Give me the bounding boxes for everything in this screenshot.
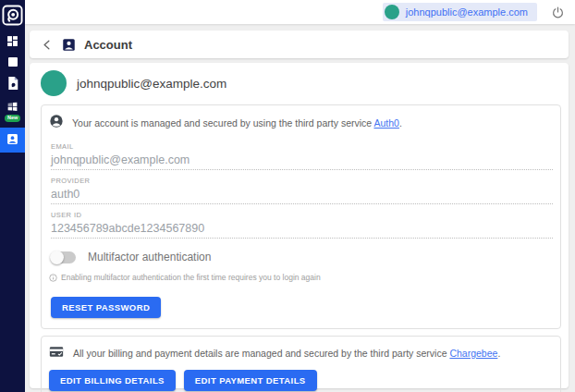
back-chevron-icon[interactable] xyxy=(43,39,54,50)
page-header: Account xyxy=(30,31,569,58)
account-card: johnqpublic@example.com Your account is … xyxy=(30,63,569,388)
auth-section: Your account is managed and secured by u… xyxy=(41,104,561,329)
app-logo-icon[interactable] xyxy=(2,5,23,26)
provider-field: PROVIDER auth0 xyxy=(51,177,553,204)
account-heading-row: johnqpublic@example.com xyxy=(41,70,561,96)
user-email: johnqpublic@example.com xyxy=(406,6,528,18)
email-field: EMAIL johnqpublic@example.com xyxy=(51,142,553,170)
account-avatar xyxy=(41,70,67,96)
billing-notice-row: All your billing and payment details are… xyxy=(47,345,555,361)
new-badge: New xyxy=(5,115,20,122)
user-id-field-label: USER ID xyxy=(51,211,553,219)
sidebar-item-square[interactable] xyxy=(0,51,25,75)
account-email-heading: johnqpublic@example.com xyxy=(77,77,226,91)
mfa-info-text: Enabling multifactor authentication the … xyxy=(61,273,321,282)
credit-card-icon xyxy=(49,345,64,361)
chargebee-link[interactable]: Chargebee xyxy=(449,348,497,359)
user-avatar xyxy=(385,5,399,19)
document-icon xyxy=(7,77,18,93)
sidebar: New xyxy=(0,0,25,392)
edit-billing-details-button[interactable]: EDIT BILLING DETAILS xyxy=(49,370,176,391)
page-title: Account xyxy=(84,38,132,52)
dashboard-icon xyxy=(6,34,18,51)
square-icon xyxy=(7,55,18,71)
edit-payment-details-button[interactable]: EDIT PAYMENT DETAILS xyxy=(184,370,317,391)
topbar: johnqpublic@example.com xyxy=(25,0,575,24)
mfa-row: Multifactor authentication xyxy=(51,251,555,263)
auth-notice-text: Your account is managed and secured by u… xyxy=(72,117,402,129)
account-box-icon xyxy=(6,132,18,149)
billing-section: All your billing and payment details are… xyxy=(41,336,561,392)
sidebar-item-integrations[interactable]: New xyxy=(0,99,25,117)
provider-field-value: auth0 xyxy=(51,188,553,201)
mfa-info-row: Enabling multifactor authentication the … xyxy=(49,269,555,286)
user-menu-chip[interactable]: johnqpublic@example.com xyxy=(383,3,537,21)
reset-password-button[interactable]: RESET PASSWORD xyxy=(51,297,161,318)
email-field-label: EMAIL xyxy=(51,142,553,151)
account-box-icon xyxy=(62,36,76,53)
mfa-toggle-knob xyxy=(50,251,64,264)
mfa-toggle[interactable] xyxy=(51,251,76,263)
user-id-field: USER ID 123456789abcde1234567890 xyxy=(51,211,553,239)
account-circle-icon xyxy=(49,114,64,132)
sidebar-item-account[interactable] xyxy=(0,128,25,153)
sidebar-item-document[interactable] xyxy=(0,73,25,97)
auth-notice-row: Your account is managed and secured by u… xyxy=(47,112,555,136)
billing-notice-text: All your billing and payment details are… xyxy=(73,348,500,359)
auth0-link[interactable]: Auth0 xyxy=(373,117,398,129)
info-icon xyxy=(49,269,57,286)
mfa-label: Multifactor authentication xyxy=(88,251,211,263)
billing-buttons-row: EDIT BILLING DETAILS EDIT PAYMENT DETAIL… xyxy=(49,370,555,391)
provider-field-label: PROVIDER xyxy=(51,177,553,185)
logout-power-icon[interactable] xyxy=(552,6,564,18)
email-field-value: johnqpublic@example.com xyxy=(51,153,553,166)
user-id-field-value: 123456789abcde1234567890 xyxy=(51,222,553,235)
